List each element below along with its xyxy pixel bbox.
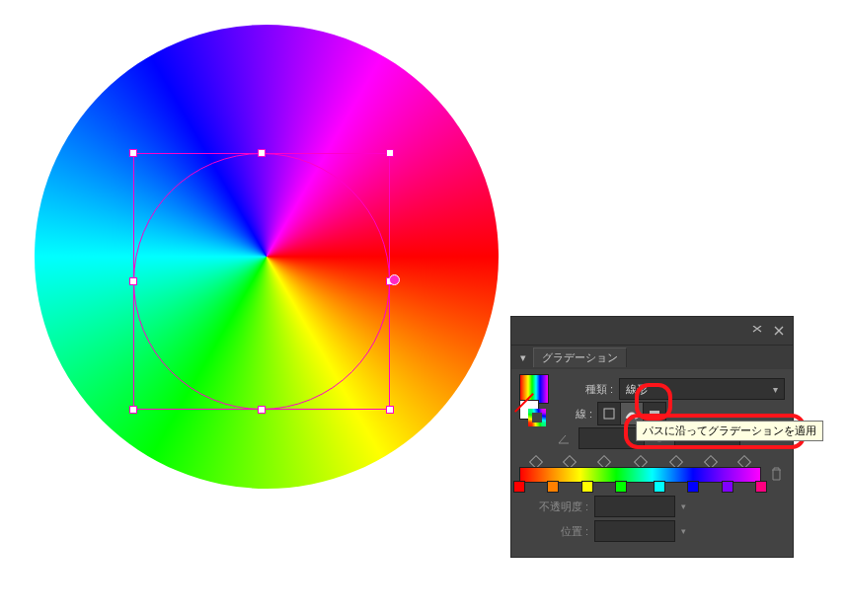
gradient-color-stop[interactable] [615,481,627,495]
stroke-label: 線 : [553,407,592,422]
panel-collapse-icon[interactable] [749,323,765,339]
gradient-color-stop[interactable] [755,481,767,495]
selection-handle[interactable] [129,277,137,285]
svg-rect-1 [604,409,614,419]
stroke-mode-tooltip: パスに沿ってグラデーションを適用 [636,421,823,441]
gradient-type-value: 線形 [626,382,648,397]
opacity-dropdown-chevron-icon[interactable]: ▾ [681,501,686,511]
delete-stop-icon[interactable] [767,465,785,483]
angle-input[interactable] [578,427,645,449]
selection-handle[interactable] [258,149,266,157]
gradient-color-stop[interactable] [581,481,593,495]
type-label: 種類 : [559,382,613,397]
gradient-type-dropdown[interactable]: 線形 ▾ [619,378,785,400]
panel-close-icon[interactable] [771,323,787,339]
panel-menu-icon[interactable]: ▾ [517,351,529,364]
selection-handle[interactable] [258,406,266,414]
angle-icon [555,429,573,447]
stroke-swatch-gradient-icon[interactable] [528,409,546,426]
gradient-color-stop[interactable] [654,481,665,495]
selection-handle[interactable] [386,406,394,414]
panel-body: 種類 : 線形 ▾ 線 : [511,369,793,557]
gradient-color-stop[interactable] [687,481,699,495]
location-dropdown-chevron-icon[interactable]: ▾ [681,526,686,536]
gradient-color-stop[interactable] [547,481,559,495]
gradient-color-stop[interactable] [722,481,733,495]
panel-titlebar[interactable] [511,317,793,346]
fill-stroke-toggle[interactable] [519,400,547,427]
gradient-color-stop[interactable] [513,481,525,495]
location-input[interactable] [594,520,675,542]
selection-bounding-box[interactable] [133,153,390,410]
path-anchor-point[interactable] [389,274,400,285]
selection-handle[interactable] [386,149,394,157]
selection-handle[interactable] [129,149,137,157]
opacity-input[interactable] [594,496,675,517]
stroke-mode-within[interactable] [597,402,621,425]
svg-rect-0 [604,409,614,419]
chevron-down-icon: ▾ [773,384,778,395]
gradient-slider[interactable] [519,459,785,493]
selection-handle[interactable] [129,406,137,414]
artboard[interactable] [35,25,499,489]
opacity-label: 不透明度 : [519,500,588,514]
gradient-tab[interactable]: グラデーション [533,347,627,367]
location-label: 位置 : [519,524,588,539]
panel-tab-row: ▾ グラデーション [511,346,793,369]
